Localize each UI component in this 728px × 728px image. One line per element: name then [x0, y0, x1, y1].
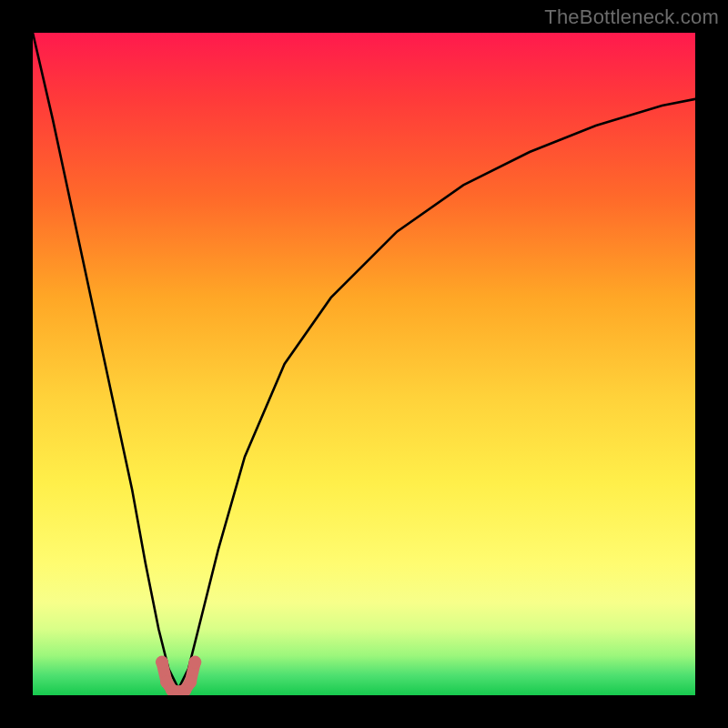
- chart-svg: [33, 33, 695, 695]
- chart-plot-area: [33, 33, 695, 695]
- min-highlight-dot: [184, 675, 197, 688]
- min-highlight-dot: [188, 656, 201, 669]
- min-highlight-dot: [156, 656, 168, 669]
- bottleneck-curve-path: [33, 33, 695, 689]
- watermark-text: TheBottleneck.com: [544, 5, 719, 29]
- chart-frame: TheBottleneck.com: [0, 0, 728, 728]
